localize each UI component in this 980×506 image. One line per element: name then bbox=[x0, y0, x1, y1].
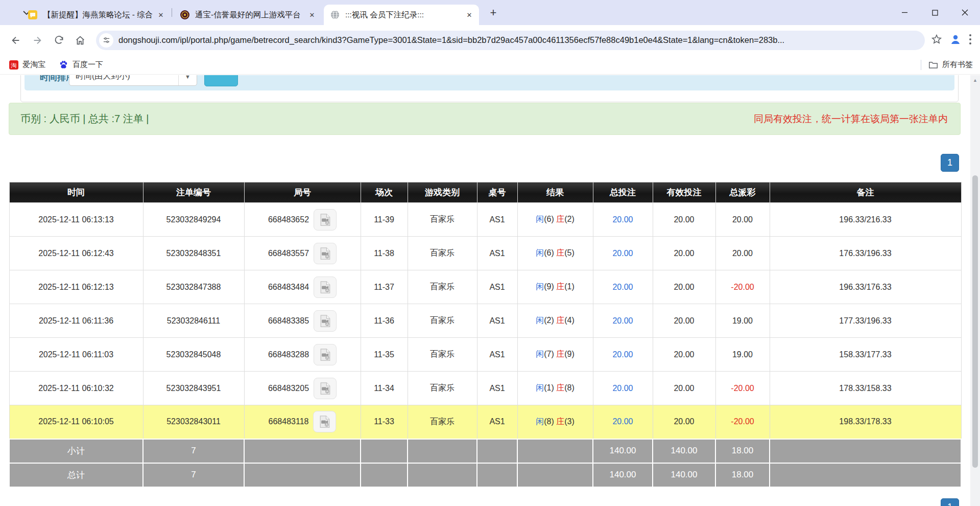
menu-dots-icon[interactable] bbox=[969, 34, 972, 47]
empty-cell bbox=[517, 463, 593, 487]
url-text[interactable]: dongshouji.com/ipl/portal.php/game/betre… bbox=[118, 35, 784, 45]
bet-time: 2025-12-11 06:10:32 bbox=[9, 372, 143, 405]
page-button-1-bottom[interactable]: 1 bbox=[941, 498, 959, 506]
page-button-1[interactable]: 1 bbox=[941, 154, 959, 172]
video-replay-button[interactable] bbox=[314, 344, 337, 365]
bet-record-table: 时间 注单编号 局号 场次 游戏类别 桌号 结果 总投注 有效投注 总派彩 备注… bbox=[9, 182, 962, 488]
empty-cell bbox=[477, 463, 517, 487]
tab-close-icon[interactable]: ✕ bbox=[465, 10, 474, 19]
home-icon[interactable] bbox=[71, 32, 89, 49]
site-info-icon[interactable] bbox=[99, 33, 113, 48]
close-window-button[interactable] bbox=[950, 0, 980, 25]
reload-icon[interactable] bbox=[50, 32, 67, 49]
scrollbar-up-icon[interactable]: ▲ bbox=[970, 76, 980, 84]
maximize-button[interactable] bbox=[920, 0, 950, 25]
bet-id: 523032843011 bbox=[143, 405, 244, 439]
tab-tongbao[interactable]: 通宝-信誉最好的网上游戏平台 ✕ bbox=[174, 5, 322, 25]
bet-table-body: 2025-12-11 06:13:13523032849294668483652… bbox=[9, 203, 961, 439]
result-cell: 闲(8) 庄(3) bbox=[517, 405, 593, 439]
player-points: (6) bbox=[544, 215, 556, 223]
session: 11-33 bbox=[361, 405, 408, 439]
minimize-button[interactable] bbox=[890, 0, 920, 25]
total-bet[interactable]: 20.00 bbox=[593, 237, 653, 270]
empty-cell bbox=[517, 439, 593, 463]
window-controls bbox=[890, 0, 980, 25]
round-number: 668483385 bbox=[268, 316, 309, 325]
bookmarks-divider bbox=[921, 60, 921, 70]
header-result: 结果 bbox=[517, 182, 593, 203]
sort-select-value: 时间(由大到小) bbox=[76, 75, 130, 82]
bookmark-star-icon[interactable] bbox=[931, 34, 942, 47]
tab-close-icon[interactable]: ✕ bbox=[307, 10, 317, 19]
bet-time: 2025-12-11 06:13:13 bbox=[9, 203, 143, 237]
toolbar-right bbox=[931, 33, 972, 48]
video-replay-button[interactable] bbox=[314, 277, 337, 298]
session: 11-38 bbox=[361, 237, 408, 270]
header-table-number: 桌号 bbox=[477, 182, 517, 203]
bookmark-label: 爱淘宝 bbox=[22, 60, 45, 70]
video-replay-button[interactable] bbox=[314, 243, 337, 264]
table-number: AS1 bbox=[477, 338, 517, 372]
total-bet[interactable]: 20.00 bbox=[593, 270, 653, 304]
table-row: 2025-12-11 06:11:36523032846111668483385… bbox=[9, 304, 961, 338]
table-number: AS1 bbox=[477, 372, 517, 405]
filter-panel: 时间排序: 时间(由大到小) ▼ bbox=[25, 75, 954, 90]
baidu-paw-icon bbox=[59, 60, 68, 70]
valid-bet: 20.00 bbox=[653, 405, 715, 439]
tab-title: 【新提醒】海燕策略论坛 - 综合 bbox=[43, 10, 152, 20]
total-bet[interactable]: 20.00 bbox=[593, 203, 653, 237]
bookmark-baidu[interactable]: 百度一下 bbox=[59, 60, 103, 70]
tab-bet-record[interactable]: :::视讯 会员下注纪录::: ✕ bbox=[324, 5, 479, 25]
total-bet[interactable]: 20.00 bbox=[593, 372, 653, 405]
bet-id: 523032843951 bbox=[143, 372, 244, 405]
game-type: 百家乐 bbox=[408, 338, 477, 372]
video-replay-icon bbox=[318, 347, 333, 362]
video-replay-button[interactable] bbox=[314, 378, 337, 399]
forward-icon[interactable] bbox=[29, 32, 46, 49]
total-bet[interactable]: 20.00 bbox=[593, 304, 653, 338]
tab-haiyan-forum[interactable]: 【新提醒】海燕策略论坛 - 综合 ✕ bbox=[21, 5, 171, 25]
player-label: 闲 bbox=[536, 215, 544, 223]
banker-label: 庄 bbox=[556, 215, 564, 223]
video-replay-button[interactable] bbox=[314, 209, 337, 231]
payout: 19.00 bbox=[715, 304, 770, 338]
url-bar[interactable]: dongshouji.com/ipl/portal.php/game/betre… bbox=[96, 31, 925, 50]
payout: -20.00 bbox=[715, 405, 770, 439]
result-cell: 闲(6) 庄(5) bbox=[517, 237, 593, 270]
new-tab-button[interactable]: + bbox=[486, 6, 500, 19]
total-bet[interactable]: 20.00 bbox=[593, 338, 653, 372]
bet-id: 523032847388 bbox=[143, 270, 244, 304]
valid-bet: 20.00 bbox=[653, 304, 715, 338]
page-scrollbar[interactable]: ▲ bbox=[970, 75, 980, 506]
back-icon[interactable] bbox=[7, 32, 25, 49]
search-button[interactable] bbox=[204, 75, 238, 86]
total-bet[interactable]: 20.00 bbox=[593, 405, 653, 439]
subtotal-row: 小计 7 140.00 140.00 18.00 bbox=[9, 439, 961, 463]
tab-bar: 【新提醒】海燕策略论坛 - 综合 ✕ 通宝-信誉最好的网上游戏平台 ✕ :::视… bbox=[0, 0, 980, 25]
all-bookmarks-button[interactable]: 所有书签 bbox=[928, 60, 973, 70]
video-replay-button[interactable] bbox=[314, 310, 337, 332]
round-id-cell: 668483118 bbox=[244, 405, 361, 439]
header-payout: 总派彩 bbox=[715, 182, 770, 203]
table-row: 2025-12-11 06:10:05523032843011668483118… bbox=[9, 405, 961, 439]
profile-avatar-icon[interactable] bbox=[949, 33, 962, 48]
empty-cell bbox=[244, 463, 361, 487]
sort-select[interactable]: 时间(由大到小) ▼ bbox=[69, 75, 197, 86]
bookmark-aitaobao[interactable]: 淘 爱淘宝 bbox=[9, 60, 45, 70]
total-count: 7 bbox=[143, 463, 244, 487]
empty-cell bbox=[408, 463, 477, 487]
table-number: AS1 bbox=[477, 237, 517, 270]
banker-label: 庄 bbox=[556, 248, 564, 257]
session: 11-34 bbox=[361, 372, 408, 405]
round-id-cell: 668483288 bbox=[244, 338, 361, 372]
total-total-bet: 140.00 bbox=[593, 463, 653, 487]
result-cell: 闲(7) 庄(9) bbox=[517, 338, 593, 372]
tab-close-icon[interactable]: ✕ bbox=[156, 10, 165, 19]
game-type: 百家乐 bbox=[408, 270, 477, 304]
scrollbar-thumb[interactable] bbox=[972, 175, 978, 468]
video-replay-button[interactable] bbox=[313, 411, 336, 432]
remark: 177.33/196.33 bbox=[770, 304, 961, 338]
filter-card: 时间排序: 时间(由大到小) ▼ bbox=[20, 75, 959, 102]
tab-title: :::视讯 会员下注纪录::: bbox=[345, 10, 461, 20]
empty-cell bbox=[361, 439, 408, 463]
